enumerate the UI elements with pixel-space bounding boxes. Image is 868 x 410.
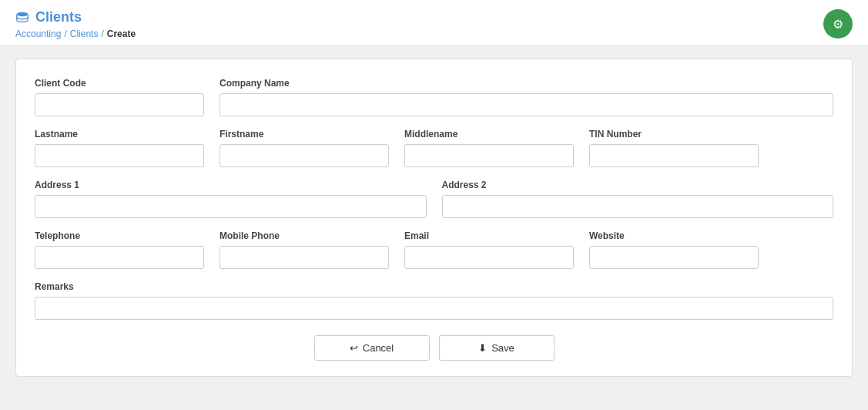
title-text: Clients — [35, 9, 82, 25]
breadcrumb-sep2: / — [101, 29, 103, 39]
breadcrumb-sep1: / — [64, 29, 66, 39]
lastname-input[interactable] — [35, 144, 204, 167]
lastname-group: Lastname — [35, 129, 204, 167]
save-button[interactable]: ⬇ Save — [439, 335, 555, 361]
firstname-group: Firstname — [220, 129, 389, 167]
save-label: Save — [491, 342, 514, 354]
firstname-label: Firstname — [220, 129, 389, 139]
email-group: Email — [404, 230, 574, 269]
company-name-group: Company Name — [220, 78, 833, 116]
form-row-2: Lastname Firstname Middlename TIN Number — [35, 129, 833, 167]
company-name-label: Company Name — [220, 78, 833, 89]
breadcrumb-current: Create — [107, 29, 136, 39]
cancel-button[interactable]: ↩ Cancel — [314, 335, 430, 361]
address1-label: Address 1 — [35, 180, 427, 190]
address1-group: Address 1 — [35, 180, 427, 218]
middlename-input[interactable] — [404, 144, 574, 167]
cancel-label: Cancel — [363, 342, 394, 354]
lastname-label: Lastname — [35, 129, 204, 139]
address1-input[interactable] — [35, 195, 427, 218]
header-left: Clients Accounting / Clients / Create — [15, 9, 136, 39]
website-label: Website — [589, 230, 759, 241]
main-content: Client Code Company Name Lastname Firstn… — [0, 46, 868, 389]
middlename-group: Middlename — [404, 129, 574, 167]
company-name-input[interactable] — [220, 93, 833, 116]
breadcrumb-accounting[interactable]: Accounting — [15, 29, 61, 39]
client-code-input[interactable] — [35, 93, 204, 116]
tin-number-label: TIN Number — [589, 129, 759, 139]
form-row-5: Remarks — [35, 281, 833, 320]
client-code-group: Client Code — [35, 78, 204, 116]
address2-label: Address 2 — [442, 180, 834, 190]
tin-number-group: TIN Number — [589, 129, 759, 167]
middlename-label: Middlename — [404, 129, 574, 139]
email-label: Email — [404, 230, 574, 241]
database-icon — [15, 11, 29, 25]
form-actions: ↩ Cancel ⬇ Save — [35, 335, 833, 361]
remarks-label: Remarks — [35, 281, 833, 292]
website-input[interactable] — [589, 246, 759, 269]
save-icon: ⬇ — [478, 342, 487, 354]
tin-number-input[interactable] — [589, 144, 759, 167]
cancel-icon: ↩ — [350, 342, 358, 354]
remarks-input[interactable] — [35, 297, 833, 320]
form-row-3: Address 1 Address 2 — [35, 180, 833, 218]
svg-point-0 — [17, 12, 28, 15]
mobile-phone-label: Mobile Phone — [220, 230, 389, 241]
telephone-group: Telephone — [35, 230, 204, 269]
page-title: Clients — [15, 9, 136, 25]
page-header: Clients Accounting / Clients / Create ⚙ — [0, 0, 868, 46]
form-row-4: Telephone Mobile Phone Email Website — [35, 230, 833, 269]
remarks-group: Remarks — [35, 281, 833, 320]
address2-group: Address 2 — [442, 180, 834, 218]
form-card: Client Code Company Name Lastname Firstn… — [15, 59, 853, 377]
website-group: Website — [589, 230, 759, 269]
telephone-input[interactable] — [35, 246, 204, 269]
firstname-input[interactable] — [220, 144, 389, 167]
telephone-label: Telephone — [35, 230, 204, 241]
breadcrumb: Accounting / Clients / Create — [15, 29, 136, 39]
client-code-label: Client Code — [35, 78, 204, 89]
gear-icon: ⚙ — [833, 17, 843, 32]
breadcrumb-clients[interactable]: Clients — [70, 29, 99, 39]
form-row-1: Client Code Company Name — [35, 78, 833, 116]
email-input[interactable] — [404, 246, 574, 269]
mobile-phone-group: Mobile Phone — [220, 230, 389, 269]
mobile-phone-input[interactable] — [220, 246, 389, 269]
address2-input[interactable] — [442, 195, 834, 218]
gear-button[interactable]: ⚙ — [823, 9, 853, 39]
